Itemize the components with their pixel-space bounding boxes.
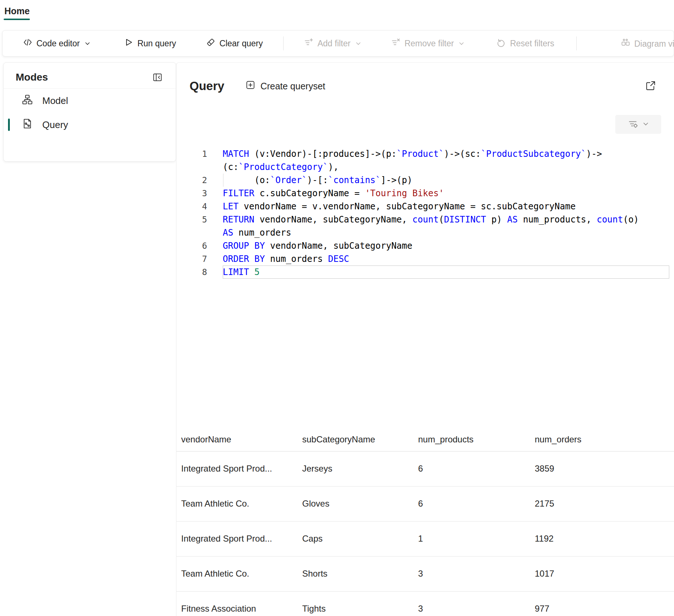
run-query-button[interactable]: Run query <box>118 34 182 53</box>
column-header: vendorName <box>176 428 297 451</box>
diagram-view-button[interactable]: Diagram view <box>615 34 674 53</box>
results-table: vendorNamesubCategoryNamenum_productsnum… <box>176 428 674 616</box>
line-number: 4 <box>176 200 207 213</box>
code-line[interactable]: 7ORDER BY num_orders DESC <box>176 252 674 266</box>
table-cell: 2175 <box>530 486 674 521</box>
tab-home-active-indicator <box>4 19 30 20</box>
chevron-down-icon <box>85 39 90 49</box>
run-query-label: Run query <box>137 39 176 49</box>
table-row[interactable]: Team Athletic Co.Shorts31017 <box>176 556 674 591</box>
table-cell: Fitness Association <box>176 591 297 616</box>
table-cell: Gloves <box>297 486 413 521</box>
code-line[interactable]: 1MATCH (v:Vendor)-[:produces]->(p:`Produ… <box>176 147 674 160</box>
clear-query-label: Clear query <box>219 39 263 49</box>
code-line-text: LIMIT 5 <box>223 266 669 279</box>
code-line-text: GROUP BY vendorName, subCategoryName <box>223 239 669 252</box>
result-filter-options-button[interactable] <box>615 115 661 134</box>
line-number: 1 <box>176 147 207 160</box>
remove-filter-label: Remove filter <box>405 39 454 49</box>
sidebar-item-query[interactable]: Query <box>4 113 176 137</box>
reset-filters-label: Reset filters <box>510 39 554 49</box>
code-line[interactable]: 8LIMIT 5 <box>176 266 674 279</box>
column-header: subCategoryName <box>297 428 413 451</box>
code-line[interactable]: 3FILTER c.subCategoryName = 'Touring Bik… <box>176 187 674 200</box>
filter-remove-icon <box>391 38 401 49</box>
diagram-view-icon <box>621 38 630 50</box>
column-header: num_products <box>413 428 530 451</box>
diagram-view-label: Diagram view <box>634 39 674 49</box>
table-cell: Team Athletic Co. <box>176 486 297 521</box>
table-cell: 1192 <box>530 521 674 556</box>
code-line-text: MATCH (v:Vendor)-[:produces]->(p:`Produc… <box>223 147 669 160</box>
code-line[interactable]: AS num_orders <box>176 226 674 239</box>
table-cell: 6 <box>413 486 530 521</box>
table-row[interactable]: Integrated Sport Prod...Jerseys63859 <box>176 451 674 486</box>
table-cell: 3 <box>413 591 530 616</box>
add-filter-button[interactable]: Add filter <box>298 34 367 53</box>
tab-home-label: Home <box>4 6 30 16</box>
line-number: 3 <box>176 187 207 200</box>
code-line[interactable]: (c:`ProductCategory`), <box>176 160 674 174</box>
filter-settings-icon <box>628 119 638 130</box>
toolbar-divider <box>283 36 284 50</box>
table-row[interactable]: Fitness AssociationTights3977 <box>176 591 674 616</box>
code-line[interactable]: 4LET vendorName = v.vendorName, subCateg… <box>176 200 674 213</box>
content-area: Modes Model Query Query <box>0 62 674 616</box>
table-cell: Jerseys <box>297 451 413 486</box>
modes-panel: Modes Model Query <box>3 62 176 162</box>
sidebar-item-model[interactable]: Model <box>4 89 176 113</box>
chevron-down-icon <box>643 121 649 128</box>
create-queryset-label: Create queryset <box>260 81 325 92</box>
query-code-editor[interactable]: 1MATCH (v:Vendor)-[:produces]->(p:`Produ… <box>176 147 674 428</box>
sidebar-item-label: Query <box>42 119 68 131</box>
code-line-text: FILTER c.subCategoryName = 'Touring Bike… <box>223 187 669 200</box>
modes-panel-title: Modes <box>16 71 48 83</box>
table-header-row: vendorNamesubCategoryNamenum_productsnum… <box>176 428 674 451</box>
filter-add-icon <box>304 38 313 49</box>
page-title: Query <box>190 79 224 93</box>
table-cell: 1 <box>413 521 530 556</box>
code-line[interactable]: 2 (o:`Order`)-[:`contains`]->(p) <box>176 174 674 187</box>
model-icon <box>22 94 33 108</box>
play-icon <box>124 38 133 49</box>
table-row[interactable]: Integrated Sport Prod...Caps11192 <box>176 521 674 556</box>
code-line-text: ORDER BY num_orders DESC <box>223 252 669 266</box>
code-line-text: (c:`ProductCategory`), <box>223 160 669 174</box>
table-cell: 977 <box>530 591 674 616</box>
clear-query-button[interactable]: Clear query <box>200 34 269 53</box>
open-in-new-button[interactable] <box>645 80 656 91</box>
code-editor-button[interactable]: Code editor <box>17 34 96 53</box>
table-cell: Tights <box>297 591 413 616</box>
table-cell: Integrated Sport Prod... <box>176 451 297 486</box>
line-number <box>176 226 207 239</box>
code-line-text: RETURN vendorName, subCategoryName, coun… <box>223 213 669 226</box>
table-row[interactable]: Team Athletic Co.Gloves62175 <box>176 486 674 521</box>
code-icon <box>23 38 32 49</box>
code-editor-label: Code editor <box>36 39 80 49</box>
query-icon <box>22 118 33 132</box>
code-line[interactable]: 6GROUP BY vendorName, subCategoryName <box>176 239 674 252</box>
reset-filters-button[interactable]: Reset filters <box>491 34 560 53</box>
chevron-down-icon <box>355 39 361 49</box>
code-line-text: LET vendorName = v.vendorName, subCatego… <box>223 200 669 213</box>
tab-home[interactable]: Home <box>4 3 35 22</box>
create-queryset-button[interactable]: Create queryset <box>245 80 325 92</box>
code-line[interactable]: 5RETURN vendorName, subCategoryName, cou… <box>176 213 674 226</box>
line-number: 2 <box>176 174 207 187</box>
table-cell: 3859 <box>530 451 674 486</box>
line-number: 6 <box>176 239 207 252</box>
toolbar: Code editor Run query Clear query Add fi… <box>2 30 674 57</box>
code-line-text: (o:`Order`)-[:`contains`]->(p) <box>223 174 669 187</box>
add-filter-label: Add filter <box>317 39 351 49</box>
line-number: 5 <box>176 213 207 226</box>
line-number: 7 <box>176 252 207 266</box>
table-cell: Team Athletic Co. <box>176 556 297 591</box>
chevron-down-icon <box>459 39 464 49</box>
sidebar-item-label: Model <box>42 95 68 106</box>
collapse-panel-button[interactable] <box>152 72 163 82</box>
line-number: 8 <box>176 266 207 279</box>
column-header: num_orders <box>530 428 674 451</box>
toolbar-divider <box>576 36 577 50</box>
ribbon-tab-bar: Home <box>0 0 674 24</box>
remove-filter-button[interactable]: Remove filter <box>385 34 470 53</box>
